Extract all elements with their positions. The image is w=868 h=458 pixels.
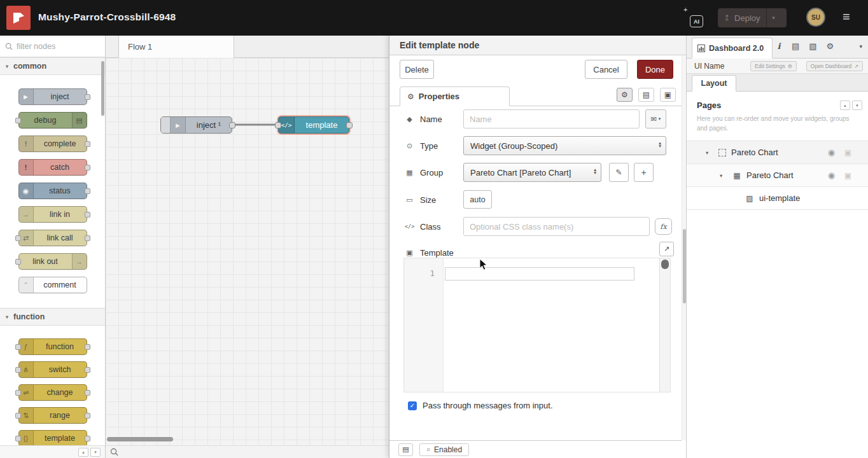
palette-category-function[interactable]: ▾ function: [0, 308, 105, 326]
input-port: [15, 118, 21, 123]
tree-row-group[interactable]: ▾ ▦ Pareto Chart ◉ ▣: [687, 164, 868, 187]
top-header: Mushy-Parrot-Crossbill-6948 + AI ↥ Deplo…: [0, 0, 868, 36]
avatar[interactable]: SU: [806, 8, 825, 27]
palette-node-complete[interactable]: ! complete: [18, 135, 87, 152]
palette-node-change[interactable]: ⇌ change: [18, 384, 87, 401]
open-dashboard-button[interactable]: Open Dashboard ↗: [806, 61, 863, 71]
editor-scroll-thumb[interactable]: [661, 260, 669, 269]
template-node-selected[interactable]: </> template: [278, 116, 349, 134]
palette-node-link-call[interactable]: ⇄ link call: [18, 230, 87, 246]
editor-active-line[interactable]: [445, 267, 634, 281]
node-info-icon[interactable]: ▤: [398, 443, 413, 456]
palette-node-switch[interactable]: ⋔ switch: [18, 361, 87, 378]
pages-title: Pages: [697, 101, 721, 110]
size-auto-button[interactable]: auto: [463, 190, 492, 209]
enabled-toggle[interactable]: ○ Enabled: [419, 443, 469, 456]
node-properties-icon[interactable]: ⚙: [617, 88, 633, 102]
passthrough-checkbox[interactable]: ✓: [408, 401, 417, 410]
palette-filter-input[interactable]: [17, 42, 87, 51]
palette-node-template[interactable]: {} template: [18, 430, 87, 447]
palette-node-link-out[interactable]: → link out: [18, 253, 87, 270]
appearance-icon[interactable]: ▣: [660, 88, 676, 102]
node-red-logo-icon[interactable]: [6, 6, 31, 30]
template-code-editor[interactable]: 1: [403, 258, 671, 392]
pages-header-buttons: ▴ ▾: [840, 101, 862, 110]
sidebar-menu-caret-icon[interactable]: ▾: [859, 43, 862, 50]
tray-title: Edit template node: [389, 36, 686, 55]
info-icon[interactable]: i: [776, 41, 782, 51]
expand-all-button[interactable]: ▾: [90, 448, 101, 457]
palette-category-common[interactable]: ▾ common: [0, 57, 105, 75]
collapse-tree-button[interactable]: ▴: [840, 101, 850, 110]
tree-row-page[interactable]: ▾ Pareto Chart ◉ ▣: [687, 141, 868, 164]
open-item-icon[interactable]: ▣: [844, 171, 851, 180]
palette-node-status[interactable]: ◉ status: [18, 183, 87, 199]
inject-trigger-button[interactable]: [161, 117, 171, 133]
tray-scrollbar[interactable]: [682, 56, 686, 440]
editor-gutter: 1: [404, 258, 444, 392]
visibility-eye-icon[interactable]: ◉: [828, 148, 835, 157]
cancel-button[interactable]: Cancel: [585, 60, 627, 79]
delete-button[interactable]: Delete: [400, 60, 434, 79]
inject-node[interactable]: ► inject ¹: [160, 116, 232, 134]
canvas-grid[interactable]: ► inject ¹ </> template: [106, 58, 389, 445]
class-input[interactable]: [463, 217, 650, 236]
edit-settings-button[interactable]: Edit Settings ⚙: [750, 61, 797, 71]
expression-button[interactable]: fx: [655, 218, 672, 235]
input-port: [15, 344, 21, 350]
horizontal-scrollbar[interactable]: [107, 437, 173, 441]
group-field-label: ▦ Group: [405, 163, 443, 182]
palette-node-range[interactable]: ⇅ range: [18, 407, 87, 424]
collapse-all-button[interactable]: ▴: [78, 448, 88, 457]
config-gear-icon[interactable]: ⚙: [827, 41, 834, 51]
output-port[interactable]: [346, 122, 353, 128]
palette-node-link-in[interactable]: → link in: [18, 206, 87, 223]
tab-properties[interactable]: ⚙ Properties: [400, 87, 510, 106]
palette-node-inject[interactable]: ► inject: [18, 88, 87, 105]
status-circle-icon: ○: [426, 446, 430, 453]
input-port[interactable]: [275, 122, 281, 128]
add-group-button[interactable]: +: [634, 163, 654, 182]
palette-node-function[interactable]: ƒ function: [18, 338, 87, 355]
output-port[interactable]: [229, 122, 235, 128]
ai-assistant-button[interactable]: + AI: [682, 6, 705, 30]
chevron-down-icon[interactable]: ▾: [720, 172, 727, 179]
name-input[interactable]: [463, 109, 640, 128]
type-select[interactable]: Widget (Group-Scoped) ▴▾: [463, 136, 666, 155]
open-item-icon[interactable]: ▣: [844, 148, 851, 157]
tab-dashboard-2[interactable]: Dashboard 2.0: [692, 38, 773, 59]
open-dashboard-label: Open Dashboard: [811, 63, 852, 69]
expand-tree-button[interactable]: ▾: [852, 101, 862, 110]
tab-layout[interactable]: Layout: [692, 75, 736, 92]
palette-node-debug[interactable]: ▤ debug: [18, 112, 87, 128]
palette-scrollbar[interactable]: [101, 61, 104, 116]
tag-icon: ◆: [405, 115, 414, 123]
search-icon[interactable]: [110, 448, 118, 456]
chevron-down-icon[interactable]: ▾: [767, 15, 781, 21]
sidebar-tab-label: Dashboard 2.0: [709, 44, 764, 53]
visibility-eye-icon[interactable]: ◉: [828, 170, 835, 180]
sidebar-icon-group: i ▤ ▧ ⚙: [776, 41, 834, 51]
flow-tab-bar: Flow 1: [106, 36, 389, 58]
expand-editor-button[interactable]: ↗: [659, 242, 674, 256]
group-select[interactable]: Pareto Chart [Pareto Chart] ▴▾: [463, 163, 601, 182]
palette-search[interactable]: [0, 36, 105, 57]
plus-icon: +: [641, 167, 646, 177]
plus-icon: +: [683, 6, 687, 13]
done-button[interactable]: Done: [637, 60, 673, 79]
hamburger-menu-button[interactable]: ≡: [843, 10, 850, 24]
tree-row-widget[interactable]: ▨ ui-template: [687, 187, 868, 210]
editor-scrollbar[interactable]: [659, 258, 670, 392]
flow-tab[interactable]: Flow 1: [118, 36, 234, 58]
edit-group-button[interactable]: ✎: [609, 163, 629, 182]
output-port: [85, 94, 90, 100]
palette-node-catch[interactable]: ! catch: [18, 159, 87, 176]
description-icon[interactable]: ▤: [638, 88, 654, 102]
palette-node-label: switch: [34, 362, 87, 377]
palette-node-comment[interactable]: “ comment: [18, 277, 87, 293]
deploy-button[interactable]: ↥ Deploy ▾: [718, 8, 787, 27]
debug-bug-icon[interactable]: ▧: [809, 41, 816, 51]
chevron-down-icon[interactable]: ▾: [706, 149, 713, 156]
label-visibility-button[interactable]: ✉ ▾: [645, 109, 666, 128]
help-book-icon[interactable]: ▤: [792, 41, 799, 51]
